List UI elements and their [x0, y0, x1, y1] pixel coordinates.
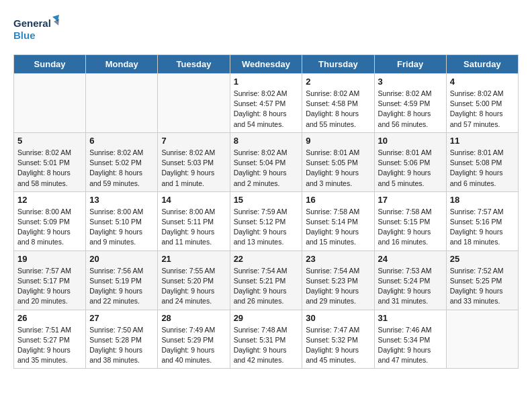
calendar-cell: 14Sunrise: 8:00 AM Sunset: 5:11 PM Dayli… — [158, 191, 230, 250]
day-number: 19 — [17, 254, 82, 264]
weekday-row: SundayMondayTuesdayWednesdayThursdayFrid… — [14, 55, 519, 74]
page-header: General Blue — [13, 13, 519, 44]
day-info: Sunrise: 7:54 AM Sunset: 5:23 PM Dayligh… — [306, 266, 370, 307]
day-number: 30 — [306, 313, 370, 323]
calendar-cell: 23Sunrise: 7:54 AM Sunset: 5:23 PM Dayli… — [302, 250, 374, 310]
week-row-2: 5Sunrise: 8:02 AM Sunset: 5:01 PM Daylig… — [14, 132, 519, 191]
day-number: 10 — [378, 136, 443, 146]
weekday-header-friday: Friday — [374, 55, 446, 74]
calendar-cell: 16Sunrise: 7:58 AM Sunset: 5:14 PM Dayli… — [302, 191, 374, 250]
day-number: 4 — [450, 77, 515, 87]
day-number: 20 — [89, 254, 154, 264]
day-number: 2 — [306, 77, 370, 87]
day-number: 27 — [89, 313, 154, 323]
day-info: Sunrise: 7:57 AM Sunset: 5:17 PM Dayligh… — [17, 266, 82, 307]
day-info: Sunrise: 8:02 AM Sunset: 4:58 PM Dayligh… — [306, 89, 370, 130]
calendar-cell: 29Sunrise: 7:48 AM Sunset: 5:31 PM Dayli… — [230, 310, 302, 369]
weekday-header-tuesday: Tuesday — [158, 55, 230, 74]
calendar-cell: 25Sunrise: 7:52 AM Sunset: 5:25 PM Dayli… — [446, 250, 518, 310]
calendar-cell: 18Sunrise: 7:57 AM Sunset: 5:16 PM Dayli… — [446, 191, 518, 250]
calendar-cell: 26Sunrise: 7:51 AM Sunset: 5:27 PM Dayli… — [14, 310, 86, 369]
day-info: Sunrise: 7:58 AM Sunset: 5:14 PM Dayligh… — [306, 207, 370, 248]
day-info: Sunrise: 8:02 AM Sunset: 5:02 PM Dayligh… — [89, 148, 154, 189]
day-info: Sunrise: 8:00 AM Sunset: 5:09 PM Dayligh… — [17, 207, 82, 248]
day-number: 14 — [161, 195, 226, 205]
calendar-cell: 19Sunrise: 7:57 AM Sunset: 5:17 PM Dayli… — [14, 250, 86, 310]
calendar-cell: 30Sunrise: 7:47 AM Sunset: 5:32 PM Dayli… — [302, 310, 374, 369]
day-info: Sunrise: 8:01 AM Sunset: 5:08 PM Dayligh… — [450, 148, 515, 189]
day-info: Sunrise: 7:55 AM Sunset: 5:20 PM Dayligh… — [161, 266, 226, 307]
day-info: Sunrise: 7:51 AM Sunset: 5:27 PM Dayligh… — [17, 325, 82, 366]
day-number: 7 — [161, 136, 226, 146]
calendar-cell: 17Sunrise: 7:58 AM Sunset: 5:15 PM Dayli… — [374, 191, 446, 250]
day-info: Sunrise: 8:01 AM Sunset: 5:05 PM Dayligh… — [306, 148, 370, 189]
day-info: Sunrise: 7:46 AM Sunset: 5:34 PM Dayligh… — [378, 325, 443, 366]
calendar-cell — [446, 310, 518, 369]
calendar-cell: 21Sunrise: 7:55 AM Sunset: 5:20 PM Dayli… — [158, 250, 230, 310]
day-info: Sunrise: 8:02 AM Sunset: 5:03 PM Dayligh… — [161, 148, 226, 189]
calendar-cell: 3Sunrise: 8:02 AM Sunset: 4:59 PM Daylig… — [374, 74, 446, 133]
day-number: 9 — [306, 136, 370, 146]
week-row-4: 19Sunrise: 7:57 AM Sunset: 5:17 PM Dayli… — [14, 250, 519, 310]
day-number: 12 — [17, 195, 82, 205]
day-info: Sunrise: 7:57 AM Sunset: 5:16 PM Dayligh… — [450, 207, 515, 248]
day-number: 18 — [450, 195, 515, 205]
day-number: 5 — [17, 136, 82, 146]
day-number: 29 — [234, 313, 299, 323]
weekday-header-wednesday: Wednesday — [230, 55, 302, 74]
calendar-cell — [14, 74, 86, 133]
calendar-cell: 6Sunrise: 8:02 AM Sunset: 5:02 PM Daylig… — [86, 132, 158, 191]
calendar-cell: 13Sunrise: 8:00 AM Sunset: 5:10 PM Dayli… — [86, 191, 158, 250]
calendar-cell: 24Sunrise: 7:53 AM Sunset: 5:24 PM Dayli… — [374, 250, 446, 310]
day-number: 26 — [17, 313, 82, 323]
day-number: 25 — [450, 254, 515, 264]
day-info: Sunrise: 8:00 AM Sunset: 5:10 PM Dayligh… — [89, 207, 154, 248]
day-info: Sunrise: 7:53 AM Sunset: 5:24 PM Dayligh… — [378, 266, 443, 307]
calendar-cell: 28Sunrise: 7:49 AM Sunset: 5:29 PM Dayli… — [158, 310, 230, 369]
calendar-cell: 9Sunrise: 8:01 AM Sunset: 5:05 PM Daylig… — [302, 132, 374, 191]
calendar-cell: 5Sunrise: 8:02 AM Sunset: 5:01 PM Daylig… — [14, 132, 86, 191]
weekday-header-saturday: Saturday — [446, 55, 518, 74]
calendar-cell: 4Sunrise: 8:02 AM Sunset: 5:00 PM Daylig… — [446, 74, 518, 133]
calendar-cell: 2Sunrise: 8:02 AM Sunset: 4:58 PM Daylig… — [302, 74, 374, 133]
day-number: 8 — [234, 136, 299, 146]
logo: General Blue — [13, 13, 60, 44]
day-info: Sunrise: 7:52 AM Sunset: 5:25 PM Dayligh… — [450, 266, 515, 307]
calendar-cell: 20Sunrise: 7:56 AM Sunset: 5:19 PM Dayli… — [86, 250, 158, 310]
day-info: Sunrise: 7:49 AM Sunset: 5:29 PM Dayligh… — [161, 325, 226, 366]
logo-svg: General Blue — [13, 13, 60, 44]
day-number: 1 — [234, 77, 299, 87]
calendar-cell — [86, 74, 158, 133]
calendar-cell: 8Sunrise: 8:02 AM Sunset: 5:04 PM Daylig… — [230, 132, 302, 191]
calendar-cell: 22Sunrise: 7:54 AM Sunset: 5:21 PM Dayli… — [230, 250, 302, 310]
calendar-cell: 12Sunrise: 8:00 AM Sunset: 5:09 PM Dayli… — [14, 191, 86, 250]
weekday-header-monday: Monday — [86, 55, 158, 74]
day-number: 3 — [378, 77, 443, 87]
calendar-header: SundayMondayTuesdayWednesdayThursdayFrid… — [14, 55, 519, 74]
day-info: Sunrise: 8:01 AM Sunset: 5:06 PM Dayligh… — [378, 148, 443, 189]
day-number: 15 — [234, 195, 299, 205]
week-row-1: 1Sunrise: 8:02 AM Sunset: 4:57 PM Daylig… — [14, 74, 519, 133]
day-info: Sunrise: 7:47 AM Sunset: 5:32 PM Dayligh… — [306, 325, 370, 366]
day-number: 17 — [378, 195, 443, 205]
day-number: 6 — [89, 136, 154, 146]
calendar-cell — [158, 74, 230, 133]
day-info: Sunrise: 8:02 AM Sunset: 5:04 PM Dayligh… — [234, 148, 299, 189]
calendar-cell: 1Sunrise: 8:02 AM Sunset: 4:57 PM Daylig… — [230, 74, 302, 133]
day-number: 11 — [450, 136, 515, 146]
week-row-5: 26Sunrise: 7:51 AM Sunset: 5:27 PM Dayli… — [14, 310, 519, 369]
day-info: Sunrise: 8:02 AM Sunset: 5:01 PM Dayligh… — [17, 148, 82, 189]
day-number: 16 — [306, 195, 370, 205]
weekday-header-thursday: Thursday — [302, 55, 374, 74]
day-info: Sunrise: 7:59 AM Sunset: 5:12 PM Dayligh… — [234, 207, 299, 248]
day-info: Sunrise: 7:56 AM Sunset: 5:19 PM Dayligh… — [89, 266, 154, 307]
day-info: Sunrise: 7:54 AM Sunset: 5:21 PM Dayligh… — [234, 266, 299, 307]
day-number: 31 — [378, 313, 443, 323]
day-info: Sunrise: 7:50 AM Sunset: 5:28 PM Dayligh… — [89, 325, 154, 366]
svg-text:General: General — [13, 17, 51, 29]
day-number: 23 — [306, 254, 370, 264]
svg-text:Blue: Blue — [13, 30, 36, 41]
day-number: 13 — [89, 195, 154, 205]
day-number: 28 — [161, 313, 226, 323]
day-info: Sunrise: 8:02 AM Sunset: 5:00 PM Dayligh… — [450, 89, 515, 130]
